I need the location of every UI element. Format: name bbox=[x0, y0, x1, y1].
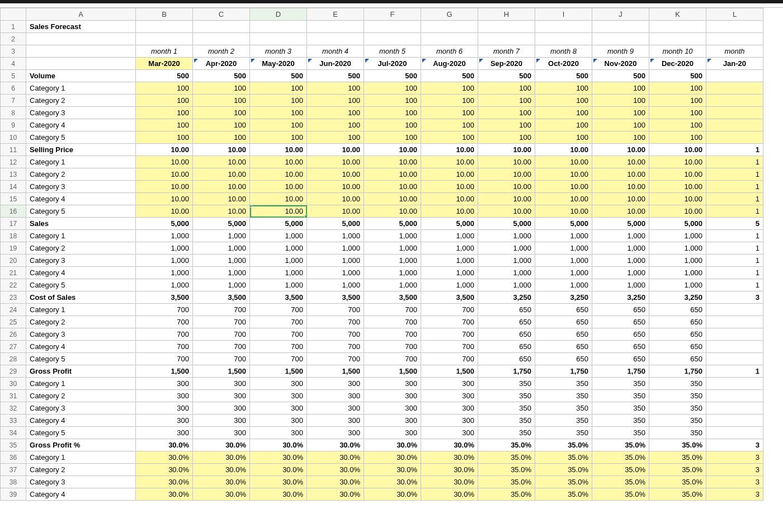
row-header-36[interactable]: 36 bbox=[1, 451, 26, 464]
cell-I35[interactable]: 35.0% bbox=[535, 439, 592, 451]
cell-G18[interactable]: 1,000 bbox=[421, 230, 478, 242]
cell-I19[interactable]: 1,000 bbox=[535, 242, 592, 255]
cell-G9[interactable]: 100 bbox=[421, 119, 478, 131]
cell-H10[interactable]: 100 bbox=[478, 131, 535, 144]
cell-F39[interactable]: 30.0% bbox=[364, 488, 421, 501]
cell-E22[interactable]: 1,000 bbox=[307, 279, 364, 291]
row-header-27[interactable]: 27 bbox=[1, 341, 26, 353]
cell-I7[interactable]: 100 bbox=[535, 95, 592, 107]
cell-I1[interactable] bbox=[535, 21, 592, 33]
cell-A30[interactable]: Category 1 bbox=[26, 378, 136, 390]
cell-A15[interactable]: Category 4 bbox=[26, 193, 136, 205]
cell-F32[interactable]: 300 bbox=[364, 402, 421, 415]
cell-H21[interactable]: 1,000 bbox=[478, 267, 535, 279]
cell-L4[interactable]: Jan-20 bbox=[706, 58, 763, 70]
column-header-B[interactable]: B bbox=[136, 8, 193, 21]
cell-A26[interactable]: Category 3 bbox=[26, 328, 136, 341]
row-header-8[interactable]: 8 bbox=[1, 107, 26, 119]
column-header-H[interactable]: H bbox=[478, 8, 535, 21]
cell-I37[interactable]: 35.0% bbox=[535, 464, 592, 476]
cell-I8[interactable]: 100 bbox=[535, 107, 592, 119]
cell-C24[interactable]: 700 bbox=[193, 304, 250, 316]
cell-D5[interactable]: 500 bbox=[250, 70, 307, 82]
cell-G8[interactable]: 100 bbox=[421, 107, 478, 119]
cell-D22[interactable]: 1,000 bbox=[250, 279, 307, 291]
cell-C28[interactable]: 700 bbox=[193, 353, 250, 365]
cell-I26[interactable]: 650 bbox=[535, 328, 592, 341]
cell-L20[interactable]: 1 bbox=[706, 255, 763, 267]
column-header-K[interactable]: K bbox=[649, 8, 706, 21]
cell-I3[interactable]: month 8 bbox=[535, 45, 592, 58]
cell-J29[interactable]: 1,750 bbox=[592, 365, 649, 378]
cell-D34[interactable]: 300 bbox=[250, 427, 307, 439]
cell-L37[interactable]: 3 bbox=[706, 464, 763, 476]
cell-K9[interactable]: 100 bbox=[649, 119, 706, 131]
cell-K37[interactable]: 35.0% bbox=[649, 464, 706, 476]
cell-F16[interactable]: 10.00 bbox=[364, 205, 421, 218]
spreadsheet-grid[interactable]: ABCDEFGHIJKL 1Sales Forecast23month 1mon… bbox=[0, 8, 763, 501]
row-header-29[interactable]: 29 bbox=[1, 365, 26, 378]
cell-A18[interactable]: Category 1 bbox=[26, 230, 136, 242]
cell-A2[interactable] bbox=[26, 33, 136, 45]
cell-E23[interactable]: 3,500 bbox=[307, 291, 364, 304]
cell-A4[interactable] bbox=[26, 58, 136, 70]
row-header-15[interactable]: 15 bbox=[1, 193, 26, 205]
cell-G14[interactable]: 10.00 bbox=[421, 181, 478, 193]
cell-A37[interactable]: Category 2 bbox=[26, 464, 136, 476]
cell-C8[interactable]: 100 bbox=[193, 107, 250, 119]
cell-K33[interactable]: 350 bbox=[649, 415, 706, 427]
cell-C38[interactable]: 30.0% bbox=[193, 476, 250, 488]
cell-H23[interactable]: 3,250 bbox=[478, 291, 535, 304]
row-header-34[interactable]: 34 bbox=[1, 427, 26, 439]
cell-G23[interactable]: 3,500 bbox=[421, 291, 478, 304]
cell-J5[interactable]: 500 bbox=[592, 70, 649, 82]
row-header-19[interactable]: 19 bbox=[1, 242, 26, 255]
cell-B6[interactable]: 100 bbox=[136, 82, 193, 95]
cell-D30[interactable]: 300 bbox=[250, 378, 307, 390]
cell-C1[interactable] bbox=[193, 21, 250, 33]
cell-J24[interactable]: 650 bbox=[592, 304, 649, 316]
cell-B9[interactable]: 100 bbox=[136, 119, 193, 131]
cell-K17[interactable]: 5,000 bbox=[649, 218, 706, 230]
cell-L16[interactable]: 1 bbox=[706, 205, 763, 218]
cell-I22[interactable]: 1,000 bbox=[535, 279, 592, 291]
cell-C10[interactable]: 100 bbox=[193, 131, 250, 144]
cell-C14[interactable]: 10.00 bbox=[193, 181, 250, 193]
row-header-31[interactable]: 31 bbox=[1, 390, 26, 402]
cell-F27[interactable]: 700 bbox=[364, 341, 421, 353]
cell-D13[interactable]: 10.00 bbox=[250, 168, 307, 181]
cell-C35[interactable]: 30.0% bbox=[193, 439, 250, 451]
cell-L12[interactable]: 1 bbox=[706, 156, 763, 168]
cell-F18[interactable]: 1,000 bbox=[364, 230, 421, 242]
cell-A1[interactable]: Sales Forecast bbox=[26, 21, 136, 33]
cell-D6[interactable]: 100 bbox=[250, 82, 307, 95]
cell-H1[interactable] bbox=[478, 21, 535, 33]
cell-B5[interactable]: 500 bbox=[136, 70, 193, 82]
cell-C31[interactable]: 300 bbox=[193, 390, 250, 402]
cell-E35[interactable]: 30.0% bbox=[307, 439, 364, 451]
cell-D38[interactable]: 30.0% bbox=[250, 476, 307, 488]
cell-H33[interactable]: 350 bbox=[478, 415, 535, 427]
cell-D7[interactable]: 100 bbox=[250, 95, 307, 107]
cell-K1[interactable] bbox=[649, 21, 706, 33]
cell-J37[interactable]: 35.0% bbox=[592, 464, 649, 476]
cell-B31[interactable]: 300 bbox=[136, 390, 193, 402]
column-header-C[interactable]: C bbox=[193, 8, 250, 21]
row-header-33[interactable]: 33 bbox=[1, 415, 26, 427]
row-header-18[interactable]: 18 bbox=[1, 230, 26, 242]
row-header-28[interactable]: 28 bbox=[1, 353, 26, 365]
cell-H39[interactable]: 35.0% bbox=[478, 488, 535, 501]
cell-L34[interactable] bbox=[706, 427, 763, 439]
cell-C12[interactable]: 10.00 bbox=[193, 156, 250, 168]
row-header-6[interactable]: 6 bbox=[1, 82, 26, 95]
cell-B37[interactable]: 30.0% bbox=[136, 464, 193, 476]
cell-I11[interactable]: 10.00 bbox=[535, 144, 592, 156]
cell-E4[interactable]: Jun-2020 bbox=[307, 58, 364, 70]
cell-F17[interactable]: 5,000 bbox=[364, 218, 421, 230]
cell-G37[interactable]: 30.0% bbox=[421, 464, 478, 476]
cell-K7[interactable]: 100 bbox=[649, 95, 706, 107]
cell-F19[interactable]: 1,000 bbox=[364, 242, 421, 255]
cell-C29[interactable]: 1,500 bbox=[193, 365, 250, 378]
cell-I18[interactable]: 1,000 bbox=[535, 230, 592, 242]
cell-H26[interactable]: 650 bbox=[478, 328, 535, 341]
